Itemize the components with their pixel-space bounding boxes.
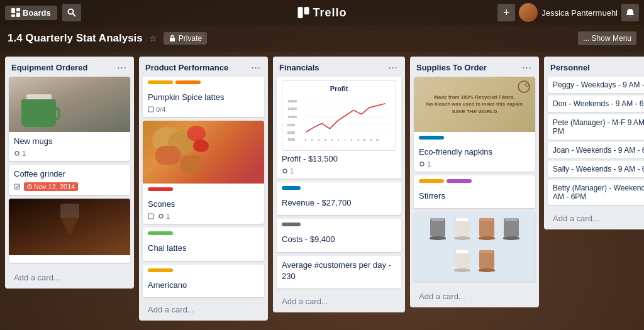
costs-color-bar xyxy=(282,223,396,230)
column-header-product: Product Performance ··· xyxy=(139,62,268,77)
search-button[interactable] xyxy=(62,4,81,21)
card-profit[interactable]: Profit 14000 12000 10000 8000 6000 4000 xyxy=(277,77,401,179)
psl-color-bars xyxy=(148,80,259,88)
card-mugs-meta: 1 xyxy=(14,150,125,157)
card-costs[interactable]: Costs - $9,400 xyxy=(277,219,401,251)
svg-text:14000: 14000 xyxy=(287,99,297,103)
personnel-sally[interactable]: Sally - Weekends - 9 AM - 6 PM xyxy=(548,161,644,177)
stirrers-bar-2 xyxy=(447,179,472,183)
psl-bar-1 xyxy=(148,80,173,84)
add-card-financials[interactable]: Add a card... xyxy=(275,293,402,310)
column-menu-product[interactable]: ··· xyxy=(250,62,262,73)
board-header-right: ... Show Menu xyxy=(578,31,636,45)
column-cards-product: Pumpkin Spice lattes 0/4 xyxy=(139,77,268,299)
svg-point-67 xyxy=(479,268,495,272)
svg-point-9 xyxy=(15,151,19,155)
star-button[interactable]: ☆ xyxy=(149,33,157,43)
svg-text:2: 2 xyxy=(311,138,313,141)
cup-1 xyxy=(426,216,449,246)
svg-text:11: 11 xyxy=(369,138,372,141)
avatar[interactable] xyxy=(519,3,538,22)
column-supplies: Supplies To Order ··· Made from 100% Rec… xyxy=(410,57,539,307)
user-name: Jessica Pantermuehl xyxy=(541,8,618,18)
card-scones-checklist xyxy=(148,213,154,219)
card-psl[interactable]: Pumpkin Spice lattes 0/4 xyxy=(143,77,264,117)
column-menu-financials[interactable]: ··· xyxy=(387,62,399,73)
svg-rect-1 xyxy=(16,8,20,11)
personnel-betty[interactable]: Betty (Manager) - Weekends - 9 AM - 6PM xyxy=(548,180,644,205)
svg-text:1: 1 xyxy=(304,138,306,141)
mug-image xyxy=(9,77,130,132)
notifications-button[interactable] xyxy=(621,4,639,21)
personnel-don[interactable]: Don - Weekends - 9 AM - 6 PM xyxy=(548,96,644,112)
napkins-image: Made from 100% Recycled Fibers.No bleach… xyxy=(414,77,535,132)
column-title-supplies: Supplies To Order xyxy=(416,63,487,72)
card-revenue-title: Revenue - $27,700 xyxy=(282,197,396,209)
scones-bar xyxy=(148,187,173,191)
svg-text:9: 9 xyxy=(357,138,359,141)
svg-rect-17 xyxy=(148,214,153,219)
personnel-peggy[interactable]: Peggy - Weekdays - 9 AM - 6 PM xyxy=(548,77,644,93)
personnel-pete[interactable]: Pete (Manager) - M-F 9 AM - 6 PM xyxy=(548,114,644,140)
card-chemex[interactable] xyxy=(9,199,130,263)
americano-bar xyxy=(148,268,173,272)
svg-rect-49 xyxy=(456,218,469,221)
card-scones-count: 1 xyxy=(158,212,170,220)
personnel-joan[interactable]: Joan - Weekends - 9 AM - 6 PM xyxy=(548,142,644,158)
card-chai-title: Chai lattes xyxy=(148,243,259,254)
napkins-bar xyxy=(419,136,444,140)
eye3-icon xyxy=(282,168,288,174)
card-napkins-title: Eco-friendly napkins xyxy=(419,146,530,158)
scones-image xyxy=(143,121,264,184)
revenue-color-bar xyxy=(282,186,396,194)
add-card-personnel-label: Add a card... xyxy=(553,214,599,223)
card-mugs[interactable]: New mugs 1 xyxy=(9,77,130,161)
costs-bar xyxy=(282,223,301,226)
svg-rect-16 xyxy=(148,107,153,112)
add-board-button[interactable]: + xyxy=(497,4,515,21)
card-revenue[interactable]: Revenue - $27,700 xyxy=(277,182,401,215)
add-card-personnel[interactable]: Add a card... xyxy=(547,210,644,227)
svg-rect-57 xyxy=(505,218,518,221)
svg-rect-53 xyxy=(480,218,493,221)
svg-line-15 xyxy=(30,187,31,187)
card-chai[interactable]: Chai lattes xyxy=(143,228,264,260)
column-title-equipment: Equipment Ordered xyxy=(11,63,87,72)
svg-rect-10 xyxy=(14,184,19,189)
boards-button[interactable]: Boards xyxy=(5,6,57,20)
card-napkins[interactable]: Made from 100% Recycled Fibers.No bleach… xyxy=(414,77,535,172)
column-cards-personnel: Peggy - Weekdays - 9 AM - 6 PM Don - Wee… xyxy=(544,77,644,207)
lock-icon xyxy=(169,35,176,42)
add-card-equipment[interactable]: Add a card... xyxy=(8,269,131,286)
card-americano[interactable]: Americano xyxy=(143,265,264,297)
nav-right: + Jessica Pantermuehl xyxy=(497,3,639,22)
svg-line-12 xyxy=(17,185,19,188)
svg-rect-2 xyxy=(11,14,15,17)
chai-bar xyxy=(148,231,173,235)
visibility-button[interactable]: Private xyxy=(164,32,207,45)
svg-rect-0 xyxy=(11,8,15,13)
add-card-supplies[interactable]: Add a card... xyxy=(413,288,536,305)
card-grinder[interactable]: Coffee grinder xyxy=(9,165,130,195)
show-menu-button[interactable]: ... Show Menu xyxy=(578,31,636,45)
column-menu-equipment[interactable]: ··· xyxy=(116,62,128,73)
card-scones[interactable]: Scones 1 xyxy=(143,121,264,224)
cup-4 xyxy=(500,216,523,246)
stirrers-color-bars xyxy=(419,179,530,187)
add-card-product[interactable]: Add a card... xyxy=(142,301,265,318)
column-menu-supplies[interactable]: ··· xyxy=(521,62,533,73)
svg-point-42 xyxy=(283,169,287,173)
board-content: Equipment Ordered ··· New mugs 1 xyxy=(0,52,644,330)
svg-point-43 xyxy=(420,162,424,166)
card-avg-customers[interactable]: Average #customers per day - 230 xyxy=(277,256,401,289)
svg-text:7: 7 xyxy=(344,138,346,141)
card-cups[interactable] xyxy=(414,212,535,282)
checklist3-icon xyxy=(148,213,154,219)
board-title: 1.4 Quarterly Stat Analysis xyxy=(8,32,143,45)
card-stirrers[interactable]: Stirrers xyxy=(414,175,535,208)
svg-text:4000: 4000 xyxy=(287,138,295,141)
card-mugs-title: New mugs xyxy=(14,136,125,147)
svg-rect-8 xyxy=(170,38,175,41)
column-personnel: Personnel ··· Peggy - Weekdays - 9 AM - … xyxy=(544,57,644,229)
card-profit-badge: 1 xyxy=(282,167,294,175)
